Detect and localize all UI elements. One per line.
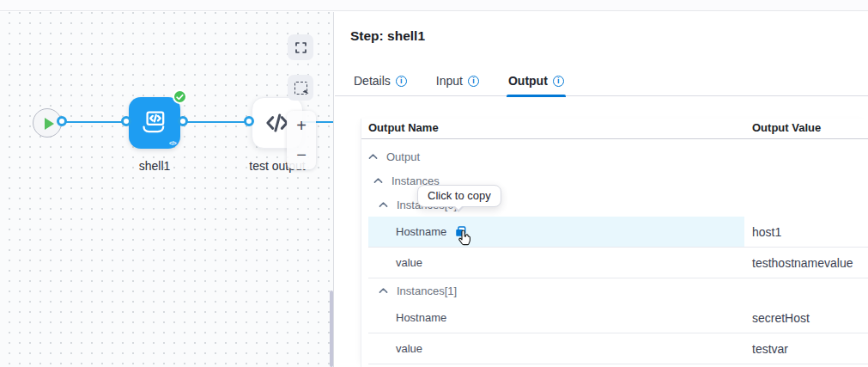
selection-box-icon — [294, 82, 307, 95]
column-header-output-name: Output Name — [368, 119, 439, 138]
group-label: Instances[1] — [397, 284, 457, 297]
tree-leaf-row[interactable]: valuetesthostnamevalue — [368, 248, 868, 278]
play-icon — [45, 118, 54, 130]
port-shell1-in[interactable] — [121, 116, 131, 126]
info-icon[interactable]: i — [553, 76, 564, 87]
marquee-select-button[interactable] — [288, 75, 313, 101]
output-table-card: Output Name Output Value OutputInstances… — [361, 119, 868, 367]
group-label: Output — [386, 150, 420, 163]
tab-output[interactable]: Output i — [507, 65, 566, 96]
column-header-output-value: Output Value — [752, 119, 821, 138]
tab-label: Input — [436, 74, 463, 88]
info-icon[interactable]: i — [396, 76, 407, 87]
shell-script-icon — [139, 109, 170, 137]
output-value-cell[interactable]: testvar — [752, 342, 788, 356]
tab-details[interactable]: Details i — [352, 65, 409, 96]
output-value-cell[interactable]: testhostnamevalue — [752, 256, 853, 270]
cursor-hand-icon — [454, 227, 476, 249]
tree-group-row[interactable]: Instances[1] — [368, 278, 868, 303]
zoom-in-button[interactable]: + — [287, 111, 316, 140]
code-badge-icon: </> — [169, 140, 176, 146]
zoom-out-button[interactable]: − — [287, 140, 316, 169]
fullscreen-icon — [294, 41, 307, 54]
canvas-scrollbar-thumb[interactable] — [330, 291, 333, 367]
zoom-controls: + − — [287, 111, 316, 169]
pipeline-canvas[interactable]: </> shell1 test output + − — [0, 12, 334, 367]
node-shell1[interactable]: </> — [129, 97, 180, 149]
active-tab-underline — [507, 95, 566, 97]
table-header: Output Name Output Value — [361, 119, 868, 139]
tab-label: Output — [508, 74, 548, 88]
page-title: Step: shell1 — [350, 28, 425, 44]
output-value-cell[interactable]: secretHost — [752, 311, 810, 325]
app-window: </> shell1 test output + − — [0, 0, 868, 367]
chevron-up-icon[interactable] — [379, 287, 388, 294]
tree-leaf-row[interactable]: HostnamesecretHost — [368, 303, 868, 333]
chevron-up-icon[interactable] — [368, 153, 378, 160]
chevron-up-icon[interactable] — [373, 177, 383, 184]
output-tree-rows: OutputInstancesInstances[0]Hostnamehost1… — [368, 139, 868, 364]
output-name-cell: Hostname — [396, 311, 446, 324]
top-toolbar-strip — [0, 0, 868, 11]
tree-leaf-row[interactable]: Hostnamehost1 — [368, 217, 868, 248]
output-name-cell: value — [396, 342, 422, 355]
tab-label: Details — [354, 74, 391, 88]
port-shell1-out[interactable] — [178, 116, 188, 126]
node-label-shell1: shell1 — [129, 159, 180, 173]
tree-leaf-row[interactable]: valuetestvar — [368, 333, 868, 364]
info-icon[interactable]: i — [468, 76, 479, 87]
step-details-panel: Step: shell1 Details i Input i Output i … — [335, 12, 868, 367]
success-badge-icon — [173, 89, 187, 104]
tree-group-row[interactable]: Output — [368, 144, 868, 168]
copy-tooltip: Click to copy — [417, 185, 501, 207]
output-value-cell[interactable]: host1 — [752, 225, 781, 239]
port-trigger-out[interactable] — [57, 116, 67, 126]
tab-input[interactable]: Input i — [434, 65, 481, 96]
output-name-cell: Hostname — [396, 225, 446, 238]
port-test-in[interactable] — [244, 116, 254, 126]
tab-bar: Details i Input i Output i — [352, 65, 566, 96]
output-name-cell: value — [396, 256, 422, 269]
fit-view-button[interactable] — [288, 34, 313, 60]
chevron-up-icon[interactable] — [379, 201, 388, 208]
